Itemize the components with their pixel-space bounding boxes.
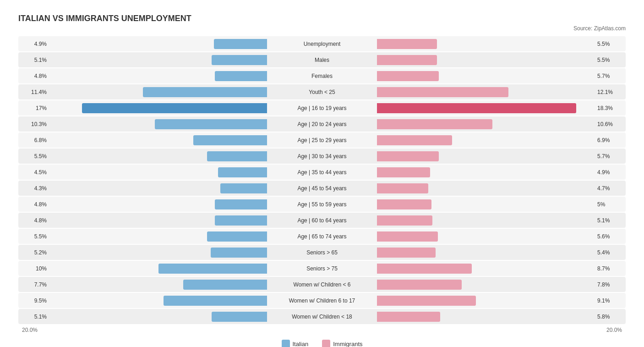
right-value: 5% xyxy=(595,201,622,208)
left-value: 5.2% xyxy=(22,249,49,256)
table-row: 5.2% Seniors > 65 5.4% xyxy=(18,245,626,260)
row-inner: 5.2% Seniors > 65 5.4% xyxy=(18,245,626,260)
row-label: Age | 25 to 29 years xyxy=(267,137,377,143)
left-bar xyxy=(82,103,267,113)
right-value: 5.1% xyxy=(595,217,622,224)
row-label: Age | 30 to 34 years xyxy=(267,153,377,160)
left-value: 10.3% xyxy=(22,121,49,127)
row-label: Seniors > 75 xyxy=(267,265,377,272)
left-value: 4.8% xyxy=(22,73,49,79)
left-bar-container xyxy=(49,296,267,306)
left-bar xyxy=(193,135,267,145)
legend-item-italian: Italian xyxy=(282,340,309,347)
left-bar xyxy=(215,199,267,209)
left-bar xyxy=(218,167,267,177)
row-inner: 11.4% Youth < 25 12.1% xyxy=(18,84,626,99)
right-bar xyxy=(377,71,439,81)
right-value: 18.3% xyxy=(595,105,622,111)
row-inner: 4.3% Age | 45 to 54 years 4.7% xyxy=(18,181,626,196)
left-bar xyxy=(207,231,267,242)
right-bar-container xyxy=(377,103,595,113)
right-bar-container xyxy=(377,264,595,274)
left-bar-container xyxy=(49,264,267,274)
table-row: 10% Seniors > 75 8.7% xyxy=(18,261,626,276)
right-bar-container xyxy=(377,231,595,242)
right-bar xyxy=(377,215,432,226)
row-inner: 4.5% Age | 35 to 44 years 4.9% xyxy=(18,165,626,180)
legend-label-italian: Italian xyxy=(293,341,309,347)
left-bar-container xyxy=(49,312,267,322)
right-value: 5.7% xyxy=(595,153,622,160)
chart-source: Source: ZipAtlas.com xyxy=(18,25,626,32)
legend-item-immigrants: Immigrants xyxy=(322,340,362,347)
right-bar-container xyxy=(377,87,595,97)
right-value: 7.8% xyxy=(595,281,622,288)
right-value: 5.5% xyxy=(595,57,622,63)
right-bar xyxy=(377,55,437,65)
right-bar xyxy=(377,135,452,145)
right-value: 4.7% xyxy=(595,185,622,192)
right-value: 5.5% xyxy=(595,41,622,47)
right-bar xyxy=(377,151,439,161)
right-bar-container xyxy=(377,119,595,129)
table-row: 10.3% Age | 20 to 24 years 10.6% xyxy=(18,116,626,132)
row-label: Age | 16 to 19 years xyxy=(267,105,377,111)
table-row: 5.1% Women w/ Children < 18 5.8% xyxy=(18,309,626,324)
table-row: 6.8% Age | 25 to 29 years 6.9% xyxy=(18,132,626,148)
left-bar-container xyxy=(49,183,267,193)
table-row: 5.5% Age | 65 to 74 years 5.6% xyxy=(18,229,626,244)
right-bar-container xyxy=(377,312,595,322)
right-value: 9.1% xyxy=(595,297,622,304)
left-value: 4.8% xyxy=(22,217,49,224)
axis-left: 20.0% xyxy=(22,327,38,333)
left-bar xyxy=(214,39,267,49)
table-row: 4.9% Unemployment 5.5% xyxy=(18,36,626,51)
row-inner: 7.7% Women w/ Children < 6 7.8% xyxy=(18,277,626,292)
left-value: 9.5% xyxy=(22,297,49,304)
chart-title: ITALIAN VS IMMIGRANTS UNEMPLOYMENT xyxy=(18,14,626,23)
table-row: 9.5% Women w/ Children 6 to 17 9.1% xyxy=(18,293,626,308)
table-row: 4.8% Age | 60 to 64 years 5.1% xyxy=(18,213,626,228)
row-inner: 4.9% Unemployment 5.5% xyxy=(18,36,626,51)
left-bar xyxy=(158,264,267,274)
right-bar-container xyxy=(377,71,595,81)
row-label: Women w/ Children 6 to 17 xyxy=(267,297,377,304)
left-bar xyxy=(211,248,267,258)
row-label: Age | 65 to 74 years xyxy=(267,233,377,240)
row-label: Seniors > 65 xyxy=(267,249,377,256)
row-label: Age | 55 to 59 years xyxy=(267,201,377,208)
left-value: 10% xyxy=(22,265,49,272)
right-bar-container xyxy=(377,248,595,258)
left-bar xyxy=(220,183,267,193)
left-bar xyxy=(183,280,267,290)
left-bar-container xyxy=(49,71,267,81)
left-value: 6.8% xyxy=(22,137,49,143)
row-label: Age | 35 to 44 years xyxy=(267,169,377,176)
left-bar-container xyxy=(49,151,267,161)
left-bar xyxy=(215,71,267,81)
row-inner: 4.8% Females 5.7% xyxy=(18,68,626,83)
right-value: 5.8% xyxy=(595,314,622,320)
legend-color-immigrants xyxy=(322,340,330,347)
right-bar xyxy=(377,39,437,49)
table-row: 7.7% Women w/ Children < 6 7.8% xyxy=(18,277,626,292)
left-bar-container xyxy=(49,135,267,145)
right-value: 5.6% xyxy=(595,233,622,240)
right-bar xyxy=(377,87,508,97)
left-bar-container xyxy=(49,199,267,209)
left-bar xyxy=(164,296,267,306)
table-row: 17% Age | 16 to 19 years 18.3% xyxy=(18,100,626,116)
left-bar xyxy=(155,119,267,129)
left-bar xyxy=(143,87,267,97)
left-bar-container xyxy=(49,280,267,290)
right-value: 5.4% xyxy=(595,249,622,256)
row-inner: 17% Age | 16 to 19 years 18.3% xyxy=(18,100,626,116)
left-value: 5.5% xyxy=(22,153,49,160)
row-label: Women w/ Children < 18 xyxy=(267,314,377,320)
row-label: Youth < 25 xyxy=(267,89,377,95)
right-value: 10.6% xyxy=(595,121,622,127)
table-row: 5.1% Males 5.5% xyxy=(18,52,626,67)
axis-right: 20.0% xyxy=(606,327,622,333)
right-bar xyxy=(377,103,576,113)
left-value: 7.7% xyxy=(22,281,49,288)
